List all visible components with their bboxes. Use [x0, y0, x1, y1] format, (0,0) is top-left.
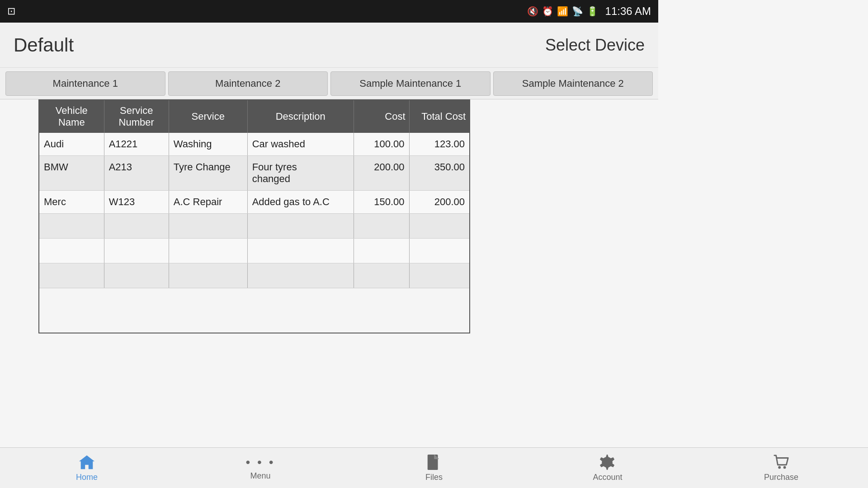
cell-service: A.C Repair [169, 191, 247, 214]
cell-cost: 150.00 [354, 191, 409, 214]
cell-service-num: A213 [104, 156, 169, 191]
cell-description: Car washed [247, 133, 354, 156]
main-content: VehicleName ServiceNumber Service Descri… [0, 99, 658, 333]
status-bar: ⊡ 🔇 ⏰ 📶 📡 🔋 11:36 AM [0, 0, 658, 23]
data-table: VehicleName ServiceNumber Service Descri… [39, 100, 469, 288]
tab-sample-maintenance-1[interactable]: Sample Maintenance 1 [330, 71, 491, 96]
table-row-empty [39, 263, 469, 288]
cell-cost: 100.00 [354, 133, 409, 156]
tab-sample-maintenance-2[interactable]: Sample Maintenance 2 [493, 71, 653, 96]
select-device-button[interactable]: Select Device [545, 36, 645, 55]
status-bar-right: 🔇 ⏰ 📶 📡 🔋 11:36 AM [527, 5, 651, 18]
header-cost: Cost [354, 100, 409, 133]
cell-service: Washing [169, 133, 247, 156]
cell-service: Tyre Change [169, 156, 247, 191]
tab-maintenance-1[interactable]: Maintenance 1 [5, 71, 165, 96]
cell-total: 200.00 [409, 191, 469, 214]
cell-service-num: W123 [104, 191, 169, 214]
alarm-icon: ⏰ [542, 6, 553, 17]
tab-bar: Maintenance 1 Maintenance 2 Sample Maint… [0, 68, 658, 99]
table-row-empty [39, 214, 469, 239]
header-service: Service [169, 100, 247, 133]
app-header: Default Select Device [0, 23, 658, 68]
table-row[interactable]: Merc W123 A.C Repair Added gas to A.C 15… [39, 191, 469, 214]
wifi-icon: 📶 [557, 6, 568, 17]
header-vehicle: VehicleName [39, 100, 104, 133]
mute-icon: 🔇 [527, 6, 538, 17]
table-row[interactable]: Audi A1221 Washing Car washed 100.00 123… [39, 133, 469, 156]
data-table-container: VehicleName ServiceNumber Service Descri… [38, 99, 470, 333]
signal-icon: 📡 [572, 6, 583, 17]
cell-description: Four tyreschanged [247, 156, 354, 191]
battery-icon: 🔋 [587, 6, 598, 17]
header-total-cost: Total Cost [409, 100, 469, 133]
cell-vehicle: Merc [39, 191, 104, 214]
cell-vehicle: Audi [39, 133, 104, 156]
cell-total: 123.00 [409, 133, 469, 156]
time-display: 11:36 AM [605, 5, 651, 18]
cell-vehicle: BMW [39, 156, 104, 191]
cell-total: 350.00 [409, 156, 469, 191]
table-row-empty [39, 239, 469, 263]
tab-maintenance-2[interactable]: Maintenance 2 [168, 71, 328, 96]
header-description: Description [247, 100, 354, 133]
app-title: Default [14, 34, 74, 56]
cell-cost: 200.00 [354, 156, 409, 191]
status-bar-left: ⊡ [7, 5, 15, 17]
cell-service-num: A1221 [104, 133, 169, 156]
table-row[interactable]: BMW A213 Tyre Change Four tyreschanged 2… [39, 156, 469, 191]
header-service-number: ServiceNumber [104, 100, 169, 133]
screen-icon: ⊡ [7, 5, 15, 17]
cell-description: Added gas to A.C [247, 191, 354, 214]
